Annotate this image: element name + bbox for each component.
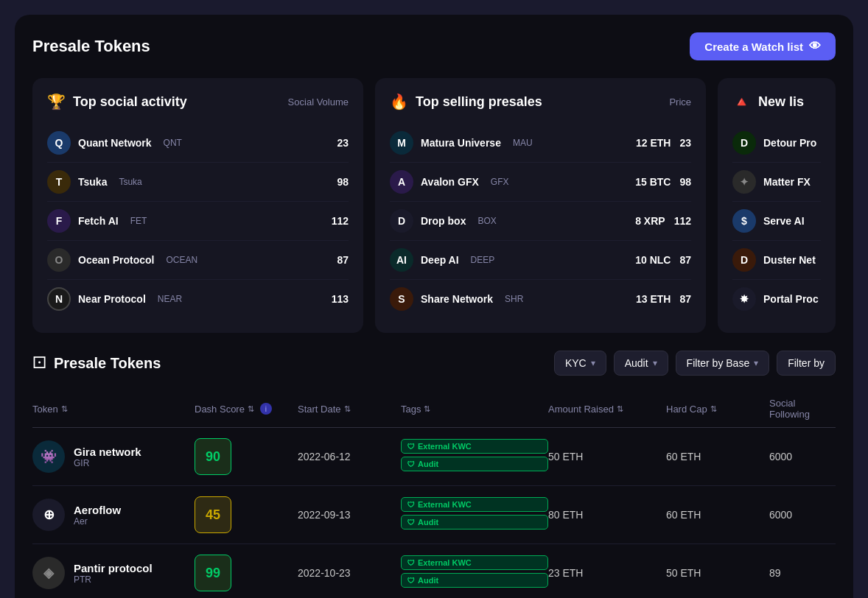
shield-icon: 🛡	[407, 501, 415, 509]
new-token-info: ✸ Portal Proc	[732, 287, 819, 311]
new-listings-title: New lis	[758, 94, 804, 110]
selling-list-item: AI Deep AI DEEP 10 NLC 87	[390, 241, 691, 280]
amount-raised-cell: 23 ETH	[548, 567, 666, 579]
selling-token-info: M Matura Universe MAU	[390, 131, 614, 155]
social-list-item: O Ocean Protocol OCEAN 87	[47, 241, 349, 280]
kyc-filter-button[interactable]: KYC ▾	[554, 351, 606, 376]
tag-badge: 🛡External KWC	[401, 497, 548, 512]
audit-filter-button[interactable]: Audit ▾	[614, 351, 668, 376]
token-social-value: 23	[337, 137, 349, 149]
token-price: 15 BTC	[623, 176, 671, 188]
social-following-cell: 6000	[769, 509, 836, 521]
shield-icon: 🛡	[407, 518, 415, 527]
avatar: S	[390, 287, 413, 311]
selling-token-info: AI Deep AI DEEP	[390, 248, 614, 272]
top-cards-row: 🏆 Top social activity Social Volume Q Qu…	[32, 78, 836, 333]
col-header-social: Social Following	[769, 398, 836, 420]
avatar: A	[390, 170, 413, 194]
table-row: ⊕ Aeroflow Aer 45 2022-09-13 🛡External K…	[32, 486, 836, 544]
token-name-group: Pantir protocol PTR	[74, 562, 153, 585]
presale-section-header: ⚀ Presale Tokens KYC ▾ Audit ▾ Filter by…	[32, 351, 836, 376]
col-header-hard-cap[interactable]: Hard Cap ⇅	[666, 398, 769, 420]
amount-raised-cell: 80 ETH	[548, 509, 666, 521]
top-selling-card: 🔥 Top selling presales Price M Matura Un…	[375, 78, 706, 333]
table-header-row: Token ⇅ Dash Score ⇅ i Start Date ⇅ Tags…	[32, 390, 836, 428]
token-selling-value: 112	[674, 215, 691, 227]
amount-sort-icon: ⇅	[617, 404, 623, 414]
token-selling-value: 23	[679, 137, 691, 149]
tag-badge: 🛡Audit	[401, 515, 548, 530]
col-header-tags[interactable]: Tags ⇅	[401, 398, 548, 420]
tag-badge: 🛡Audit	[401, 573, 548, 588]
token-name: Near Protocol	[78, 293, 146, 305]
token-name: Matura Universe	[421, 137, 501, 149]
score-badge: 45	[195, 496, 231, 533]
social-title-row: 🏆 Top social activity	[47, 93, 187, 110]
token-name: Serve AI	[763, 215, 805, 227]
table-body: 👾 Gira network GIR 90 2022-06-12 🛡Extern…	[32, 428, 836, 598]
hard-cap-cell: 60 ETH	[666, 509, 769, 521]
presale-table: Token ⇅ Dash Score ⇅ i Start Date ⇅ Tags…	[32, 390, 836, 598]
new-token-info: D Detour Pro	[732, 131, 816, 155]
tag-badge: 🛡External KWC	[401, 439, 548, 454]
filter-base-button[interactable]: Filter by Base ▾	[676, 351, 770, 376]
start-date-cell: 2022-09-13	[298, 509, 401, 521]
token-name: Aeroflow	[74, 504, 121, 516]
token-ticker: BOX	[477, 216, 496, 226]
token-name-group: Gira network GIR	[74, 446, 141, 468]
tags-cell: 🛡External KWC 🛡Audit	[401, 497, 548, 532]
social-token-info: T Tsuka Tsuka	[47, 170, 142, 194]
audit-chevron-icon: ▾	[653, 358, 657, 368]
create-watchlist-button[interactable]: Create a Watch list 👁	[690, 32, 836, 60]
new-listing-item: D Detour Pro	[732, 124, 821, 163]
header: Presale Tokens Create a Watch list 👁	[32, 32, 836, 60]
avatar: 👾	[32, 440, 65, 473]
new-listings-card: 🔺 New lis D Detour Pro ✦ Matter FX $ Ser…	[718, 78, 836, 333]
new-token-info: D Duster Net	[732, 248, 816, 272]
social-items-list: Q Quant Network QNT 23 T Tsuka Tsuka 98 …	[47, 124, 349, 318]
avatar: F	[47, 209, 71, 233]
token-name: Matter FX	[763, 176, 811, 188]
token-price: 13 ETH	[623, 293, 671, 305]
table-row: 👾 Gira network GIR 90 2022-06-12 🛡Extern…	[32, 428, 836, 486]
col-header-token[interactable]: Token ⇅	[32, 398, 195, 420]
dash-info-icon[interactable]: i	[260, 403, 272, 415]
token-price: 10 NLC	[623, 254, 671, 266]
table-row: ◈ Pantir protocol PTR 99 2022-10-23 🛡Ext…	[32, 544, 836, 598]
filter-by-button[interactable]: Filter by	[777, 351, 836, 376]
new-listings-title-row: 🔺 New lis	[732, 93, 804, 110]
new-listing-item: ✦ Matter FX	[732, 163, 821, 202]
presale-section-title: Presale Tokens	[54, 355, 161, 372]
avatar: N	[47, 287, 71, 311]
start-date-cell: 2022-06-12	[298, 451, 401, 462]
hard-cap-cell: 50 ETH	[666, 567, 769, 579]
token-social-value: 112	[332, 215, 349, 227]
avatar: ✸	[732, 287, 756, 311]
social-list-item: T Tsuka Tsuka 98	[47, 163, 349, 202]
token-name: Quant Network	[78, 137, 152, 149]
shield-icon: 🛡	[407, 559, 415, 567]
social-list-item: F Fetch AI FET 112	[47, 202, 349, 241]
selling-list-item: A Avalon GFX GFX 15 BTC 98	[390, 163, 691, 202]
score-badge: 90	[195, 438, 231, 475]
amount-raised-cell: 50 ETH	[548, 451, 666, 462]
base-chevron-icon: ▾	[754, 358, 758, 368]
token-name: Drop box	[421, 215, 466, 227]
shield-icon: 🛡	[407, 460, 415, 468]
col-header-dash-score[interactable]: Dash Score ⇅ i	[195, 398, 298, 420]
social-card-title: Top social activity	[73, 94, 187, 110]
token-cell: ◈ Pantir protocol PTR	[32, 557, 195, 589]
tag-badge: 🛡Audit	[401, 457, 548, 471]
token-ticker: DEEP	[471, 255, 495, 265]
presale-icon: ⚀	[32, 353, 46, 373]
selling-card-subtitle: Price	[669, 96, 691, 108]
token-name: Detour Pro	[763, 137, 816, 149]
col-header-amount-raised[interactable]: Amount Raised ⇅	[548, 398, 666, 420]
selling-items-list: M Matura Universe MAU 12 ETH 23 A Avalon…	[390, 124, 691, 318]
col-header-start-date[interactable]: Start Date ⇅	[298, 398, 401, 420]
tags-sort-icon: ⇅	[424, 404, 430, 414]
page-title: Presale Tokens	[32, 37, 150, 56]
tags-cell: 🛡External KWC 🛡Audit	[401, 439, 548, 474]
token-ticker: GFX	[491, 177, 509, 187]
filter-base-label: Filter by Base	[687, 357, 750, 369]
